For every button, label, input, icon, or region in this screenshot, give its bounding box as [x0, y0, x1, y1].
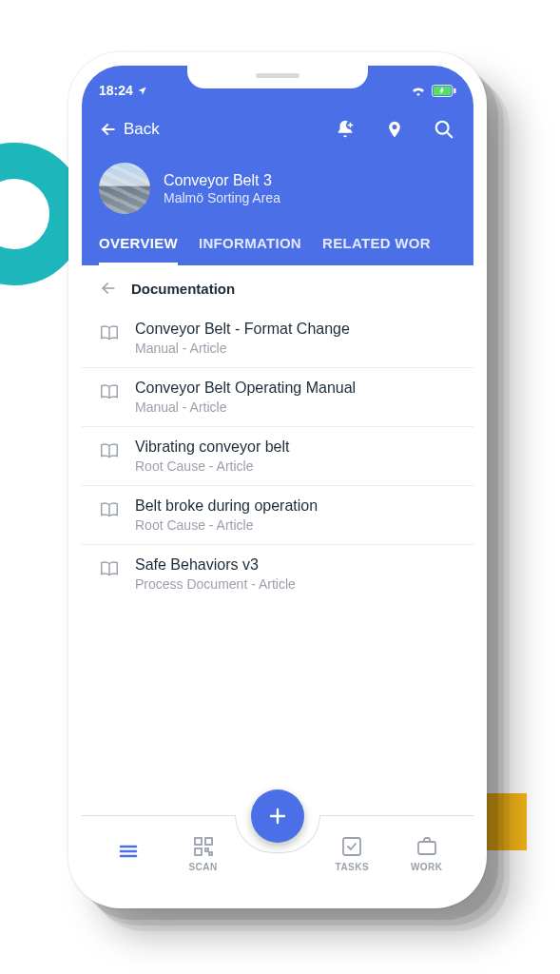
nav-menu-button[interactable] — [100, 839, 157, 867]
fab-add-button[interactable] — [251, 789, 304, 843]
svg-rect-8 — [205, 848, 208, 851]
app-header: 18:24 — [82, 66, 473, 265]
list-item[interactable]: Conveyor Belt - Format Change Manual - A… — [82, 309, 473, 368]
section-back-button[interactable] — [99, 279, 118, 298]
nav-tasks-button[interactable]: TASKS — [323, 834, 380, 872]
phone-frame: 18:24 — [68, 52, 487, 908]
asset-title: Conveyor Belt 3 — [164, 172, 280, 189]
nav-work-button[interactable]: WORK — [398, 834, 455, 872]
list-item[interactable]: Conveyor Belt Operating Manual Manual - … — [82, 368, 473, 427]
plus-icon — [266, 805, 289, 828]
svg-rect-6 — [205, 838, 212, 845]
location-arrow-icon — [137, 86, 147, 96]
location-pin-icon — [385, 118, 404, 141]
nav-label: TASKS — [336, 862, 370, 872]
svg-rect-7 — [195, 848, 202, 855]
bell-plus-icon — [335, 119, 356, 140]
section-title: Documentation — [131, 281, 235, 297]
book-icon — [99, 381, 120, 402]
nav-label: SCAN — [188, 862, 217, 872]
svg-rect-2 — [454, 88, 455, 93]
svg-rect-5 — [195, 838, 202, 845]
nav-scan-button[interactable]: SCAN — [175, 834, 232, 872]
list-item[interactable]: Belt broke during operation Root Cause -… — [82, 486, 473, 545]
tab-information[interactable]: INFORMATION — [199, 235, 301, 265]
book-icon — [99, 440, 120, 461]
phone-notch — [187, 66, 368, 88]
item-subtitle: Process Document - Article — [135, 576, 296, 592]
item-subtitle: Root Cause - Article — [135, 517, 318, 533]
tab-related-work[interactable]: RELATED WOR — [322, 235, 431, 265]
battery-icon — [432, 85, 456, 97]
screen: 18:24 — [82, 66, 473, 895]
book-icon — [99, 499, 120, 520]
item-title: Conveyor Belt - Format Change — [135, 321, 350, 338]
svg-rect-10 — [343, 838, 360, 855]
item-title: Belt broke during operation — [135, 497, 318, 515]
asset-subtitle: Malmö Sorting Area — [164, 190, 280, 205]
bottom-nav: SCAN TASKS WORK — [82, 815, 473, 895]
svg-rect-11 — [418, 842, 435, 854]
notifications-button[interactable] — [333, 117, 357, 142]
asset-header[interactable]: Conveyor Belt 3 Malmö Sorting Area — [99, 163, 456, 214]
tab-bar: OVERVIEW INFORMATION RELATED WOR — [99, 235, 456, 265]
list-item[interactable]: Safe Behaviors v3 Process Document - Art… — [82, 545, 473, 603]
status-time: 18:24 — [99, 83, 133, 98]
nav-label: WORK — [411, 862, 443, 872]
item-subtitle: Manual - Article — [135, 399, 356, 415]
item-title: Safe Behaviors v3 — [135, 556, 296, 574]
item-title: Conveyor Belt Operating Manual — [135, 380, 356, 397]
search-icon — [434, 119, 454, 140]
arrow-left-icon — [99, 279, 118, 298]
qr-scan-icon — [191, 834, 216, 859]
tasks-check-icon — [339, 834, 364, 859]
svg-rect-9 — [209, 852, 212, 855]
document-list: Conveyor Belt - Format Change Manual - A… — [82, 309, 473, 603]
book-icon — [99, 558, 120, 579]
book-icon — [99, 322, 120, 343]
item-title: Vibrating conveyor belt — [135, 438, 289, 456]
wifi-icon — [411, 85, 426, 96]
item-subtitle: Root Cause - Article — [135, 458, 289, 474]
tab-overview[interactable]: OVERVIEW — [99, 235, 178, 265]
asset-thumbnail — [99, 163, 150, 214]
content-area: Documentation Conveyor Belt - Format Cha… — [82, 265, 473, 815]
briefcase-icon — [415, 834, 439, 859]
search-button[interactable] — [432, 117, 456, 142]
hamburger-icon — [116, 839, 141, 864]
list-item[interactable]: Vibrating conveyor belt Root Cause - Art… — [82, 427, 473, 486]
back-label: Back — [124, 120, 160, 139]
item-subtitle: Manual - Article — [135, 341, 350, 356]
back-button[interactable]: Back — [99, 120, 160, 139]
location-button[interactable] — [382, 117, 407, 142]
back-arrow-icon — [99, 120, 118, 139]
